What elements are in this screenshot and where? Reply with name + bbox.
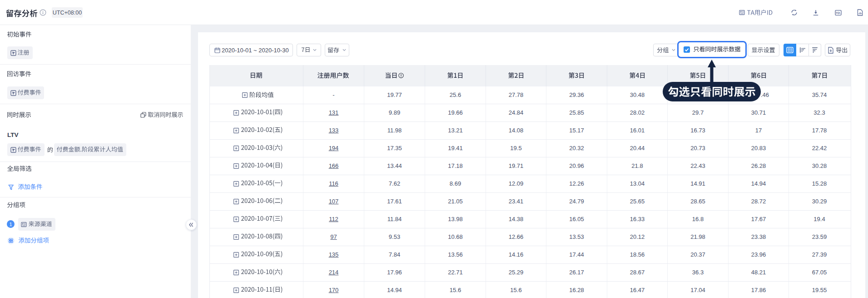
svg-text:SQL: SQL xyxy=(836,11,840,14)
